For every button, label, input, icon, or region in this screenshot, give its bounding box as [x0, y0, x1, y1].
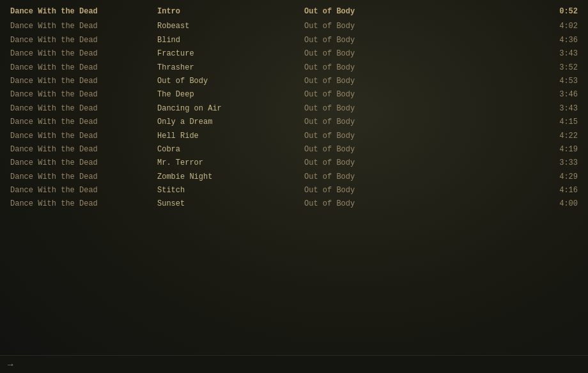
track-title: Only a Dream	[157, 117, 304, 128]
header-album: Out of Body	[304, 6, 451, 17]
track-album: Out of Body	[304, 21, 451, 32]
table-row[interactable]: Dance With the Dead Cobra Out of Body 4:…	[0, 143, 588, 156]
track-album: Out of Body	[304, 144, 451, 155]
track-album: Out of Body	[304, 185, 451, 196]
track-list: Dance With the Dead Intro Out of Body 0:…	[0, 0, 588, 217]
track-album: Out of Body	[304, 199, 451, 209]
table-row[interactable]: Dance With the Dead Only a Dream Out of …	[0, 116, 588, 129]
table-row[interactable]: Dance With the Dead Fracture Out of Body…	[0, 47, 588, 61]
arrow-icon: →	[8, 360, 13, 370]
track-album: Out of Body	[304, 117, 451, 128]
table-header: Dance With the Dead Intro Out of Body 0:…	[0, 5, 588, 19]
header-title: Intro	[157, 6, 304, 17]
track-artist: Dance With the Dead	[10, 172, 157, 183]
track-artist: Dance With the Dead	[10, 103, 157, 114]
track-artist: Dance With the Dead	[10, 76, 157, 87]
track-duration: 3:46	[451, 89, 578, 100]
track-title: Zombie Night	[157, 172, 304, 183]
track-title: Hell Ride	[157, 131, 304, 142]
header-duration: 0:52	[451, 6, 578, 17]
track-title: Out of Body	[157, 76, 304, 87]
track-duration: 3:43	[451, 49, 578, 59]
track-duration: 4:16	[451, 185, 578, 196]
track-duration: 4:15	[451, 117, 578, 128]
table-row[interactable]: Dance With the Dead The Deep Out of Body…	[0, 88, 588, 102]
track-duration: 4:53	[451, 76, 578, 87]
track-duration: 4:00	[451, 199, 578, 209]
track-title: Cobra	[157, 144, 304, 155]
table-row[interactable]: Dance With the Dead Thrasher Out of Body…	[0, 61, 588, 75]
track-title: Dancing on Air	[157, 103, 304, 114]
table-row[interactable]: Dance With the Dead Sunset Out of Body 4…	[0, 197, 588, 211]
track-album: Out of Body	[304, 49, 451, 59]
track-artist: Dance With the Dead	[10, 158, 157, 169]
track-title: Stitch	[157, 185, 304, 196]
track-duration: 4:36	[451, 35, 578, 46]
table-row[interactable]: Dance With the Dead Stitch Out of Body 4…	[0, 184, 588, 197]
table-row[interactable]: Dance With the Dead Dancing on Air Out o…	[0, 102, 588, 116]
header-artist: Dance With the Dead	[10, 6, 157, 17]
track-artist: Dance With the Dead	[10, 49, 157, 59]
track-artist: Dance With the Dead	[10, 35, 157, 46]
track-artist: Dance With the Dead	[10, 144, 157, 155]
track-artist: Dance With the Dead	[10, 199, 157, 209]
track-title: Mr. Terror	[157, 158, 304, 169]
bottom-bar: →	[0, 355, 588, 373]
track-artist: Dance With the Dead	[10, 89, 157, 100]
track-artist: Dance With the Dead	[10, 21, 157, 32]
track-title: Robeast	[157, 21, 304, 32]
track-album: Out of Body	[304, 103, 451, 114]
track-album: Out of Body	[304, 89, 451, 100]
track-album: Out of Body	[304, 76, 451, 87]
track-duration: 4:29	[451, 172, 578, 183]
track-album: Out of Body	[304, 172, 451, 183]
track-album: Out of Body	[304, 158, 451, 169]
table-row[interactable]: Dance With the Dead Hell Ride Out of Bod…	[0, 130, 588, 143]
track-artist: Dance With the Dead	[10, 185, 157, 196]
track-duration: 4:02	[451, 21, 578, 32]
table-row[interactable]: Dance With the Dead Mr. Terror Out of Bo…	[0, 156, 588, 170]
table-row[interactable]: Dance With the Dead Out of Body Out of B…	[0, 75, 588, 88]
track-duration: 3:33	[451, 158, 578, 169]
track-duration: 3:52	[451, 63, 578, 73]
track-title: Thrasher	[157, 63, 304, 73]
track-duration: 3:43	[451, 103, 578, 114]
table-row[interactable]: Dance With the Dead Blind Out of Body 4:…	[0, 34, 588, 47]
track-album: Out of Body	[304, 35, 451, 46]
track-title: Sunset	[157, 199, 304, 209]
track-album: Out of Body	[304, 131, 451, 142]
track-artist: Dance With the Dead	[10, 131, 157, 142]
track-duration: 4:19	[451, 144, 578, 155]
track-title: The Deep	[157, 89, 304, 100]
track-title: Blind	[157, 35, 304, 46]
track-duration: 4:22	[451, 131, 578, 142]
track-title: Fracture	[157, 49, 304, 59]
table-row[interactable]: Dance With the Dead Zombie Night Out of …	[0, 171, 588, 184]
table-row[interactable]: Dance With the Dead Robeast Out of Body …	[0, 20, 588, 33]
track-album: Out of Body	[304, 63, 451, 73]
track-artist: Dance With the Dead	[10, 63, 157, 73]
track-artist: Dance With the Dead	[10, 117, 157, 128]
